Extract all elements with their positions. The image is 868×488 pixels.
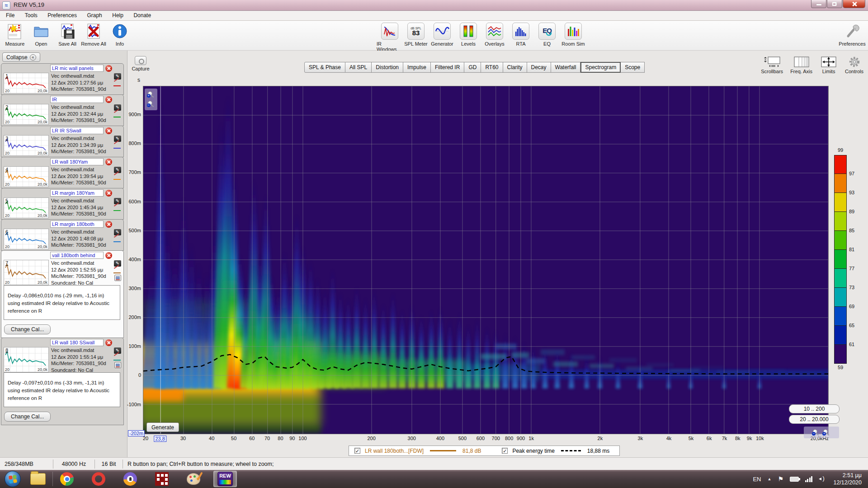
generate-button[interactable]: Generate [146,422,179,432]
remove-measurement-icon[interactable] [105,339,112,346]
remove-measurement-icon[interactable] [105,221,112,228]
measurement-thumbnail[interactable]: 2 20 20,0k [4,104,49,125]
measurement-thumbnail[interactable]: 7 20 20,0k [4,260,49,285]
trace-color-pen-icon[interactable] [113,355,122,361]
remove-measurement-icon[interactable] [105,96,112,103]
trace-color-pen-icon[interactable] [113,268,122,273]
menu-item[interactable]: Donate [129,11,155,20]
graph-tab[interactable]: Decay [527,62,551,73]
measurement-name-input[interactable]: LR margin 180both [50,221,104,228]
language-indicator[interactable]: EN [753,476,761,483]
measurement-card[interactable]: LR margin 180Yam 5 20 20,0k Vec onthewa [1,188,124,220]
collapse-sidebar-button[interactable]: Collapse « [2,52,40,62]
measurement-thumbnail[interactable]: 1 20 20,0k [4,73,49,94]
limits-button[interactable]: Limits [820,56,838,74]
taskbar-opera-button[interactable] [87,471,110,487]
remove-measurement-icon[interactable] [105,190,112,197]
maximize-button[interactable] [827,0,842,8]
remove-measurement-icon[interactable] [105,127,112,134]
graph-tab[interactable]: Distortion [372,62,403,73]
room-sim-button[interactable]: Room Sim [560,22,586,52]
remove-measurement-icon[interactable] [105,252,112,259]
measurement-name-input[interactable]: LR mic wall panels [50,65,104,72]
save-all-button[interactable]: Save All [54,22,80,47]
trace-color-pen-icon[interactable] [113,81,122,86]
zoom-out-x-icon[interactable]: − [813,429,820,436]
preferences-button[interactable]: Preferences [839,22,865,47]
spectrogram-plot[interactable] [143,86,829,434]
time-axis-bottom-limit[interactable]: -202m [128,430,145,436]
measure-button[interactable]: Measure [2,22,28,47]
series-visibility-checkbox[interactable]: ✓ [354,448,360,454]
taskbar-chrome-button[interactable] [55,471,79,487]
zoom-in-y-icon[interactable]: + [148,91,155,98]
range-10-200-button[interactable]: 10 .. 200 [789,404,840,413]
measurement-name-input[interactable]: LR wall 180Yam [50,158,104,165]
graph-tab[interactable]: All SPL [345,62,372,73]
measurement-card[interactable]: LR wall 180Yam 4 20 20,0k Vec onthewall [1,157,124,188]
taskbar-rew-button[interactable]: REW [213,471,237,487]
open-button[interactable]: Open [28,22,54,47]
info-button[interactable]: Info [107,22,133,47]
menu-item[interactable]: Help [108,11,127,20]
taskbar-paint-button[interactable] [182,471,205,487]
measurement-name-input[interactable]: IR [50,96,104,103]
notes-icon[interactable] [114,275,121,281]
tray-expand-icon[interactable]: ▲ [767,477,771,481]
taskbar-explorer-button[interactable] [26,471,50,487]
capture-button[interactable]: Capture [129,56,152,71]
freq-axis-button[interactable]: Freq. Axis [790,56,812,74]
generator-button[interactable]: Generator [429,22,455,52]
measurement-thumbnail[interactable]: 8 20 20,0k [4,347,49,372]
levels-button[interactable]: Levels [455,22,481,52]
measurement-name-input[interactable]: LR IR SSwall [50,127,104,134]
start-button[interactable] [5,471,21,487]
measurement-card[interactable]: LR margin 180both 6 20 20,0k Vec onthew [1,219,124,251]
change-cal-button[interactable]: Change Cal... [4,324,51,334]
graph-tab[interactable]: Spectrogram [580,62,621,73]
zoom-out-y-icon[interactable]: − [148,101,155,108]
graph-tab[interactable]: Scope [621,62,645,73]
measurement-card[interactable]: LR mic wall panels 1 20 20,0k Vec onthe [1,63,124,95]
measurement-card[interactable]: IR 2 20 20,0k Vec onthewall.mdat [1,94,124,126]
peak-energy-checkbox[interactable]: ✓ [502,448,508,454]
zoom-in-x-icon[interactable]: + [823,429,830,436]
title-bar[interactable]: ≈ REW V5,19 [0,0,868,11]
close-button[interactable] [843,0,865,8]
measurement-thumbnail[interactable]: 5 20 20,0k [4,197,49,218]
remove-measurement-icon[interactable] [105,159,112,165]
measurement-name-input[interactable]: vall 180both behind [50,252,104,259]
menu-item[interactable]: Preferences [43,11,81,20]
menu-item[interactable]: Tools [21,11,42,20]
graph-tab[interactable]: GD [464,62,481,73]
menu-item[interactable]: Graph [83,11,106,20]
notes-icon[interactable] [114,362,121,368]
trace-color-pen-icon[interactable] [113,206,122,211]
scrollbars-button[interactable]: Scrollbars [761,56,783,74]
menu-item[interactable]: File [2,11,19,20]
volume-icon[interactable] [819,476,827,482]
graph-tab[interactable]: Waterfall [551,62,581,73]
measurement-name-input[interactable]: LR wall 180 SSwall [50,339,104,346]
controls-button[interactable]: Controls [845,56,863,74]
cursor-frequency-label[interactable]: 23,8 [154,436,166,442]
taskbar-secure-browser-button[interactable] [118,471,142,487]
measurement-thumbnail[interactable]: 6 20 20,0k [4,229,49,249]
remove-all-button[interactable]: Remove All [80,22,107,47]
battery-icon[interactable] [790,477,799,482]
trace-color-pen-icon[interactable] [113,112,122,117]
measurement-thumbnail[interactable]: 4 20 20,0k [4,166,49,187]
eq-button[interactable]: EQ EQ [534,22,560,52]
ir-windows-button[interactable]: IR Windows [377,22,403,52]
measurement-card[interactable]: LR wall 180 SSwall 8 20 20,0k Vec onthe [1,338,124,425]
measurement-thumbnail[interactable]: 3 20 20,0k [4,135,49,156]
measurement-name-input[interactable]: LR margin 180Yam [50,189,104,197]
network-signal-icon[interactable] [805,476,813,482]
clock[interactable]: 2:51 μμ 12/12/2020 [833,472,862,486]
trace-color-pen-icon[interactable] [113,237,122,242]
range-20-20000-button[interactable]: 20 .. 20.000 [789,415,840,424]
graph-tab[interactable]: RT60 [481,62,503,73]
taskbar-app-grid-button[interactable] [150,471,174,487]
rta-button[interactable]: RTA [508,22,534,52]
graph-tab[interactable]: Impulse [403,62,431,73]
